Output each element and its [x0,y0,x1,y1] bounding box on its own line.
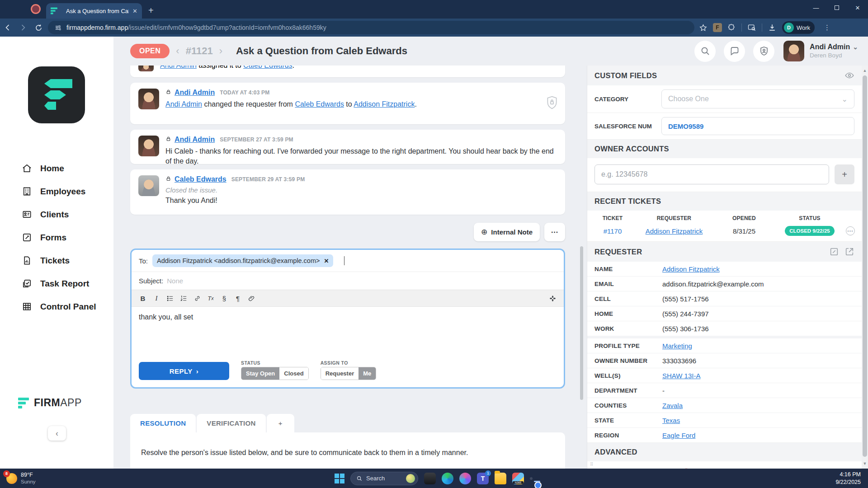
scrollbar-thumb[interactable] [863,75,867,457]
category-select[interactable]: Choose One ⌄ [661,89,854,108]
edit-pencil-icon[interactable] [829,247,839,257]
weather-widget[interactable]: 8 89°FSunny [6,472,128,485]
user-menu[interactable]: Andi Admin⌄ Deren Boyd [810,43,858,60]
recipient-chip[interactable]: Addison Fitzpatrick <addison.fitzpatrick… [152,254,333,267]
author-link[interactable]: Caleb Edwards [175,175,226,183]
prev-ticket-icon[interactable]: ‹ [176,45,179,57]
file-explorer-icon[interactable] [495,473,506,484]
internal-note-button[interactable]: ⊕Internal Note [474,223,540,241]
user-link[interactable]: Caleb Edwards [295,100,344,108]
forward-icon[interactable] [15,20,31,35]
status-stay-open-option[interactable]: Stay Open [241,367,279,380]
browser-menu-icon[interactable]: ⋮ [824,23,830,32]
resize-grip-icon[interactable]: ⠿ [590,462,594,467]
scroll-down-icon[interactable]: ▼ [862,461,868,466]
attachment-icon[interactable] [245,293,257,304]
new-tab-button[interactable]: + [148,5,154,16]
reply-body-editor[interactable]: thank you, all set [132,307,564,360]
link-icon[interactable] [191,293,203,304]
refresh-icon[interactable] [31,20,46,35]
user-link[interactable]: Andi Admin [160,66,197,69]
site-settings-icon[interactable] [54,24,62,32]
bookmark-star-icon[interactable] [699,23,708,32]
fan-icon[interactable] [547,293,558,304]
taskbar-clock[interactable]: 4:16 PM9/22/2025 [739,471,861,486]
assign-me-option[interactable]: Me [359,367,376,380]
next-ticket-icon[interactable]: › [219,45,222,57]
salesforce-input[interactable]: DEMO9589 [661,117,854,135]
ticket-more-icon[interactable]: ••• [846,226,855,235]
requester-name-link[interactable]: Addison Fitzpatrick [662,265,720,273]
tab-resolution[interactable]: RESOLUTION [130,414,196,432]
italic-icon[interactable]: I [151,293,162,304]
search-button[interactable] [694,41,716,62]
state-link[interactable]: Texas [662,417,680,424]
sidebar-item-employees[interactable]: Employees [0,180,113,203]
open-external-icon[interactable] [844,247,854,257]
tab-add-button[interactable]: + [267,414,294,432]
copilot-icon[interactable] [459,473,471,484]
extension-f-icon[interactable]: F [713,23,722,32]
close-window-button[interactable]: ✕ [847,0,868,15]
chrome-active-icon[interactable] [530,477,533,480]
user-avatar[interactable] [783,41,804,61]
region-link[interactable]: Eagle Ford [662,432,695,439]
ticket-requester-link[interactable]: Addison Fitzpatrick [633,227,715,235]
bullet-list-icon[interactable] [164,293,176,304]
remove-recipient-icon[interactable]: ✕ [324,258,329,264]
status-closed-option[interactable]: Closed [279,367,308,380]
scroll-up-icon[interactable]: ▲ [862,68,868,73]
sidebar-item-clients[interactable]: Clients [0,203,113,226]
n365-app-icon[interactable] [512,473,524,484]
section-icon[interactable]: § [218,293,230,304]
visibility-eye-icon[interactable] [844,70,854,80]
ticket-link[interactable]: #1170 [592,227,633,235]
teams-icon[interactable]: 1 [477,473,489,484]
browser-tab[interactable]: Ask a Question from Caleb Edw ✕ [46,3,142,19]
delete-ticket-button[interactable]: DELETE THIS TICKET [587,461,862,469]
assign-requester-option[interactable]: Requester [321,367,359,380]
sidebar-item-task-report[interactable]: Task Report [0,272,113,295]
owner-account-input[interactable] [594,164,829,184]
extensions-puzzle-icon[interactable] [727,23,736,32]
clear-format-icon[interactable]: Tx [205,293,217,304]
numbered-list-icon[interactable] [178,293,189,304]
edge-icon[interactable] [442,473,453,484]
tab-verification[interactable]: VERIFICATION [197,414,265,432]
sidebar-item-forms[interactable]: Forms [0,226,113,249]
add-owner-account-button[interactable]: + [835,164,854,184]
profile-type-link[interactable]: Marketing [662,342,692,350]
messages-button[interactable] [724,41,745,62]
feed-scrollbar[interactable] [580,246,583,400]
contacts-button[interactable] [753,41,774,62]
start-button[interactable] [335,474,344,483]
user-link[interactable]: Addison Fitzpatrick [354,100,415,108]
sidebar-item-control-panel[interactable]: Control Panel [0,295,113,318]
tab-close-icon[interactable]: ✕ [132,8,137,14]
author-link[interactable]: Andi Admin [175,136,215,144]
page-scrollbar[interactable]: ▲ ▼ [862,66,868,469]
reply-button[interactable]: REPLY› [139,362,229,380]
subject-row[interactable]: Subject: [132,272,564,290]
maximize-button[interactable] [826,0,847,15]
more-actions-button[interactable]: ⋯ [544,223,565,241]
county-link[interactable]: Zavala [662,402,683,409]
user-link[interactable]: Caleb Edwards [243,66,292,69]
back-icon[interactable] [0,20,15,35]
url-bar[interactable]: firmappdemo.firm.app/issue/edit/ismfvm0h… [48,21,694,34]
sidebar-item-tickets[interactable]: Tickets [0,249,113,272]
app-dark-icon[interactable] [424,473,436,484]
browser-profile[interactable]: D Work [782,21,815,34]
paragraph-icon[interactable]: ¶ [232,293,244,304]
well-link[interactable]: SHAW 13I-A [662,372,700,380]
sidebar-collapse-button[interactable]: ‹ [48,426,66,441]
author-link[interactable]: Andi Admin [175,89,215,97]
download-icon[interactable] [768,23,777,32]
to-row[interactable]: To: Addison Fitzpatrick <addison.fitzpat… [132,250,564,272]
sidebar-item-home[interactable]: Home [0,157,113,180]
minimize-button[interactable]: — [806,0,826,15]
taskbar-search[interactable]: Search [350,472,418,485]
user-link[interactable]: Andi Admin [165,100,202,108]
tab-search-icon[interactable] [747,23,756,32]
subject-input[interactable] [167,277,557,285]
